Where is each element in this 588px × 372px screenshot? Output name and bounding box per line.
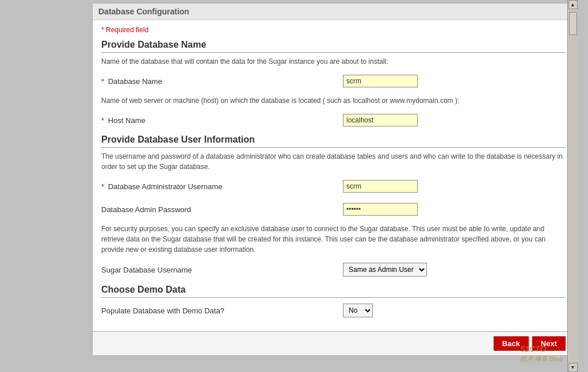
content-area: Database Configuration * Required field … — [89, 0, 578, 372]
section-choose-demo-data: Choose Demo Data — [101, 285, 566, 298]
label-sugar-db-username: Sugar Database Username — [101, 266, 343, 274]
field-row-db-admin-username: * Database Administrator Username — [101, 178, 566, 195]
section-provide-database-name: Provide Database Name — [101, 40, 566, 53]
field-row-populate-demo-data: Populate Database with Demo Data? No Yes — [101, 301, 566, 320]
input-db-admin-username[interactable] — [343, 180, 418, 193]
scrollbar-thumb[interactable] — [569, 12, 577, 35]
required-star-db-admin: * — [101, 182, 104, 191]
input-database-name[interactable] — [343, 75, 418, 87]
field-row-sugar-db-username: Sugar Database Username Same as Admin Us… — [101, 260, 566, 279]
scrollbar-up-arrow[interactable]: ▲ — [568, 0, 578, 9]
section-provide-db-user-info: Provide Database User Information — [101, 135, 566, 148]
section-0-description: Name of the database that will contain t… — [101, 56, 566, 67]
required-star-host-name: * — [101, 116, 104, 125]
required-note: * Required field — [101, 26, 566, 34]
select-sugar-db-username[interactable]: Same as Admin User New User Existing Use… — [343, 263, 427, 277]
label-database-name: * Database Name — [101, 77, 343, 86]
label-db-admin-password: Database Admin Password — [101, 205, 343, 214]
scrollbar-track — [568, 9, 578, 363]
panel-title: Database Configuration — [93, 3, 574, 20]
input-host-name[interactable] — [343, 114, 418, 126]
section-1-description: The username and password of a database … — [101, 151, 566, 172]
host-name-description: Name of web server or machine (host) on … — [101, 95, 566, 106]
select-populate-demo-data[interactable]: No Yes — [343, 304, 373, 317]
extra-description: For security purposes, you can specify a… — [101, 224, 566, 255]
main-container: Database Configuration * Required field … — [0, 0, 578, 372]
label-db-admin-username: * Database Administrator Username — [101, 182, 343, 191]
watermark-sub: 技术·博客 Blog — [520, 355, 563, 362]
field-row-database-name: * Database Name — [101, 72, 566, 90]
scrollbar-right: ▲ ▼ — [567, 0, 578, 372]
required-star-db-name: * — [101, 77, 104, 86]
panel-title-text: Database Configuration — [98, 7, 189, 16]
label-host-name: * Host Name — [101, 116, 343, 125]
field-row-host-name: * Host Name — [101, 112, 566, 129]
form-panel: Database Configuration * Required field … — [92, 3, 575, 356]
label-populate-demo-data: Populate Database with Demo Data? — [101, 306, 343, 315]
watermark: 51CTO 技术·博客 Blog — [520, 344, 563, 363]
scrollbar-down-arrow[interactable]: ▼ — [568, 363, 578, 372]
form-body: * Required field Provide Database Name N… — [93, 20, 574, 331]
field-row-db-admin-password: Database Admin Password — [101, 201, 566, 218]
buttons-row: Back Next — [93, 331, 574, 355]
input-db-admin-password[interactable] — [343, 203, 418, 216]
